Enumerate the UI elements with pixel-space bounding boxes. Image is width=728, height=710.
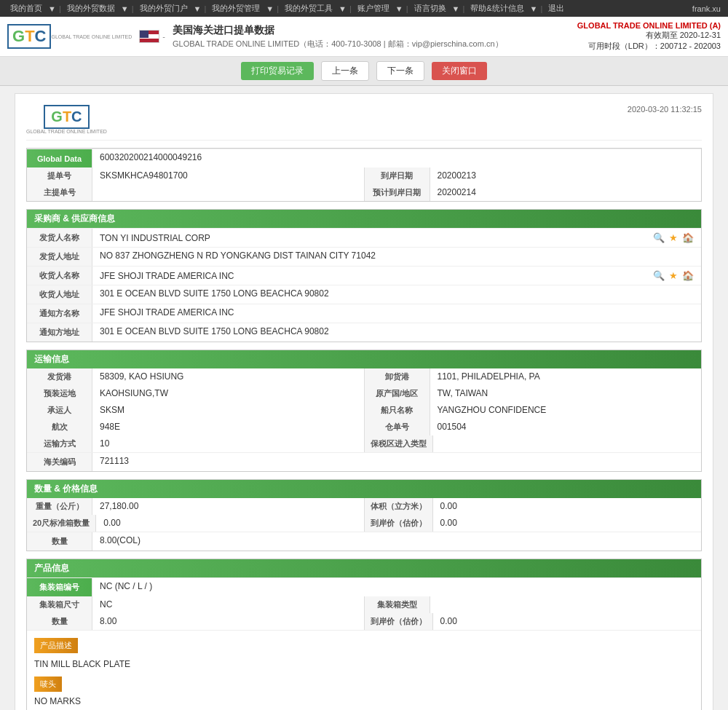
consignee-addr-row: 收货人地址 301 E OCEAN BLVD SUITE 1750 LONG B… (27, 285, 701, 304)
top-navigation: 我的首页 ▼ | 我的外贸数据 ▼ | 我的外贸门户 ▼ | 我的外贸管理 ▼ … (0, 0, 728, 17)
header-info: 美国海关进口提单数据 GLOBAL TRADE ONLINE LIMITED（电… (173, 24, 503, 50)
transport-mode-bonded-row: 运输方式 10 保税区进入类型 (27, 435, 701, 452)
main-bill-est-row: 主提单号 预计到岸日期 20200214 (27, 184, 701, 201)
print-button[interactable]: 打印贸易记录 (241, 62, 314, 80)
container-no-row: 集装箱编号 NC (NC / L / ) (27, 577, 701, 596)
nav-tools[interactable]: 我的外贸工具 (285, 3, 333, 14)
weight-volume-row: 重量（公斤） 27,180.00 体积（立方米） 0.00 (27, 498, 701, 515)
shipper-addr-row: 发货人地址 NO 837 ZHONGZHENG N RD YONGKANG DI… (27, 247, 701, 266)
carrier-vessel-row: 承运人 SKSM 船只名称 YANGZHOU CONFIDENCE (27, 402, 701, 419)
container-size-type-row: 集装箱尺寸 NC 集装箱类型 (27, 596, 701, 613)
product-desc-area: 产品描述 TIN MILL BLACK PLATE 唛头 NO MARKS (27, 630, 701, 710)
notify-name-row: 通知方名称 JFE SHOJI TRADE AMERICA INC (27, 304, 701, 323)
close-button[interactable]: 关闭窗口 (432, 62, 487, 80)
consignee-home-icon[interactable]: 🏠 (682, 270, 694, 281)
port-row: 发货港 58309, KAO HSIUNG 卸货港 1101, PHILADEL… (27, 368, 701, 385)
next-button[interactable]: 下一条 (376, 61, 424, 81)
nav-help[interactable]: 帮助&统计信息 (470, 3, 523, 14)
bill-arrival-row: 提单号 SKSMKHCA94801700 到岸日期 20200213 (27, 167, 701, 184)
nav-portal[interactable]: 我的外贸门户 (140, 3, 188, 14)
top-toolbar: 打印贸易记录 上一条 下一条 关闭窗口 (0, 57, 728, 86)
quantity-row: 数量 8.00(COL) (27, 532, 701, 551)
nav-language[interactable]: 语言切换 (414, 3, 446, 14)
nav-home[interactable]: 我的首页 (10, 3, 42, 14)
shipper-star-icon[interactable]: ★ (669, 232, 678, 243)
doc-header: G T C GLOBAL TRADE ONLINE LIMITED 2020-0… (26, 105, 702, 141)
consignee-star-icon[interactable]: ★ (669, 270, 678, 281)
username: frank.xu (692, 4, 721, 13)
page-header: G T C GLOBAL TRADE ONLINE LIMITED - 美国海关… (0, 17, 728, 57)
global-data-section: Global Data 600320200214000049216 提单号 SK… (26, 148, 702, 202)
preload-country-row: 预装运地 KAOHSIUNG,TW 原产国/地区 TW, TAIWAN (27, 385, 701, 402)
doc-logo: G T C GLOBAL TRADE ONLINE LIMITED (26, 105, 107, 134)
marks-label: 唛头 (34, 677, 62, 692)
nav-management[interactable]: 我的外贸管理 (212, 3, 260, 14)
consignee-name-row: 收货人名称 JFE SHOJI TRADE AMERICA INC 🔍 ★ 🏠 (27, 266, 701, 285)
nav-trade-data[interactable]: 我的外贸数据 (67, 3, 115, 14)
shipper-home-icon[interactable]: 🏠 (682, 232, 694, 243)
main-document: G T C GLOBAL TRADE ONLINE LIMITED 2020-0… (15, 93, 713, 710)
shipper-search-icon[interactable]: 🔍 (653, 232, 665, 243)
quantity-section: 数量 & 价格信息 重量（公斤） 27,180.00 体积（立方米） 0.00 … (26, 479, 702, 551)
nav-logout[interactable]: 退出 (548, 3, 564, 14)
nav-account[interactable]: 账户管理 (357, 3, 389, 14)
product-qty-price-row: 数量 8.00 到岸价（估价） 0.00 (27, 613, 701, 630)
voyage-warehouse-row: 航次 948E 仓单号 001504 (27, 419, 701, 435)
product-desc-label: 产品描述 (34, 638, 78, 653)
account-info: GLOBAL TRADE ONLINE LIMITED (A) 有效期至 202… (577, 21, 721, 52)
global-data-row: Global Data 600320200214000049216 (27, 149, 701, 167)
marks-value: NO MARKS (34, 696, 694, 706)
consignee-search-icon[interactable]: 🔍 (653, 270, 665, 281)
prev-button[interactable]: 上一条 (321, 61, 369, 81)
container-price-row: 20尺标准箱数量 0.00 到岸价（估价） 0.00 (27, 515, 701, 532)
notify-addr-row: 通知方地址 301 E OCEAN BLVD SUITE 1750 LONG B… (27, 323, 701, 342)
country-flag: - (139, 30, 165, 43)
product-section: 产品信息 集装箱编号 NC (NC / L / ) 集装箱尺寸 NC 集装箱类型… (26, 559, 702, 710)
logo: G T C GLOBAL TRADE ONLINE LIMITED (7, 24, 132, 49)
buyer-section: 采购商 & 供应商信息 发货人名称 TON YI INDUSTRIAL CORP… (26, 209, 702, 342)
shipper-name-row: 发货人名称 TON YI INDUSTRIAL CORP 🔍 ★ 🏠 (27, 228, 701, 247)
product-desc-value: TIN MILL BLACK PLATE (34, 659, 694, 669)
customs-code-row: 海关编码 721113 (27, 452, 701, 471)
transport-section: 运输信息 发货港 58309, KAO HSIUNG 卸货港 1101, PHI… (26, 350, 702, 472)
